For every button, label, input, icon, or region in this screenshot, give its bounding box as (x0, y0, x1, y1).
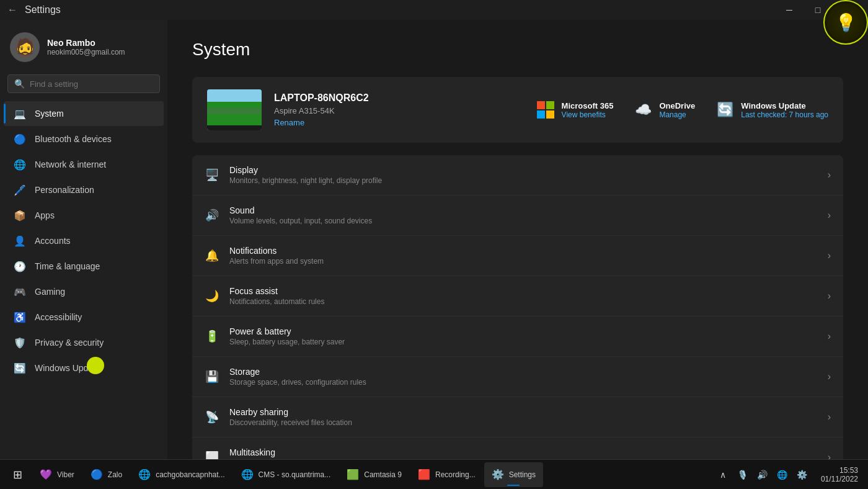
accounts-nav-icon: 👤 (14, 235, 26, 247)
CMS - so.quantrima...-app-icon: 🌐 (241, 469, 254, 481)
search-box[interactable]: 🔍 (7, 74, 160, 93)
user-profile[interactable]: 🧔 Neo Rambo neokim005@gmail.com (0, 20, 167, 74)
settings-item-nearby-sharing[interactable]: 📡 Nearby sharing Discoverability, receiv… (192, 397, 843, 437)
tray-expand-icon[interactable]: ∧ (714, 466, 732, 483)
top-right-decoration: 💡 (823, 0, 868, 45)
sidebar-item-time[interactable]: 🕐 Time & language (4, 254, 164, 279)
rename-link[interactable]: Rename (274, 118, 523, 127)
accounts-nav-label: Accounts (35, 236, 71, 246)
settings-item-sound[interactable]: 🔊 Sound Volume levels, output, input, so… (192, 195, 843, 236)
Recording...-app-label: Recording... (435, 470, 476, 479)
device-thumbnail (207, 89, 262, 130)
device-name: LAPTOP-86NQR6C2 (274, 92, 523, 104)
user-info: Neo Rambo neokim005@gmail.com (47, 38, 125, 56)
taskbar-app-zalo[interactable]: 🔵 Zalo (83, 462, 130, 487)
svg-rect-7 (546, 110, 554, 119)
top-right-icon: 💡 (827, 4, 864, 41)
settings-item-storage[interactable]: 💾 Storage Storage space, drives, configu… (192, 357, 843, 397)
Sound-icon: 🔊 (205, 208, 219, 223)
Power & battery-text: Power & battery Sleep, battery usage, ba… (229, 326, 818, 346)
Multitasking-text: Multitasking Snap windows, desktops, tas… (229, 447, 818, 459)
privacy-nav-label: Privacy & security (35, 338, 104, 348)
minimize-button[interactable]: ─ (775, 0, 804, 20)
clock-time: 15:53 (839, 466, 858, 475)
Nearby sharing-icon: 📡 (205, 410, 219, 424)
Storage-title: Storage (229, 367, 818, 377)
search-input[interactable] (30, 79, 153, 89)
Sound-text: Sound Volume levels, output, input, soun… (229, 205, 818, 225)
sidebar: 🧔 Neo Rambo neokim005@gmail.com 🔍 💻 Syst… (0, 20, 167, 459)
chevron-right-icon: › (828, 250, 831, 261)
Viber-app-label: Viber (57, 470, 74, 479)
windows-update-nav-icon: 🔄 (14, 362, 26, 374)
settings-gear-icon[interactable]: ⚙️ (794, 466, 811, 483)
user-name: Neo Rambo (47, 38, 125, 48)
sidebar-item-network[interactable]: 🌐 Network & internet (4, 152, 164, 177)
nav-list: 💻 System 🔵 Bluetooth & devices 🌐 Network… (0, 101, 167, 381)
sidebar-item-accessibility[interactable]: ♿ Accessibility (4, 305, 164, 330)
settings-item-focus-assist[interactable]: 🌙 Focus assist Notifications, automatic … (192, 276, 843, 316)
apps-nav-label: Apps (35, 210, 55, 220)
cachgobancapnhat...-app-icon: 🌐 (138, 469, 151, 481)
bluetooth-nav-label: Bluetooth & devices (35, 134, 112, 144)
Display-desc: Monitors, brightness, night light, displ… (229, 176, 818, 185)
title-bar: ← Settings ─ □ ✕ (0, 0, 868, 20)
network-nav-icon: 🌐 (14, 158, 26, 171)
onedrive-link[interactable]: ☁️ OneDrive Manage (633, 100, 695, 120)
Power & battery-icon: 🔋 (205, 329, 219, 344)
bluetooth-nav-icon: 🔵 (14, 133, 26, 145)
microphone-icon[interactable]: 🎙️ (734, 466, 751, 483)
sidebar-item-personalization[interactable]: 🖊️ Personalization (4, 177, 164, 202)
taskbar-app-settings[interactable]: ⚙️ Settings (484, 462, 543, 487)
svg-rect-4 (537, 101, 545, 109)
Nearby sharing-text: Nearby sharing Discoverability, received… (229, 407, 818, 427)
svg-rect-3 (207, 125, 262, 130)
microsoft365-link[interactable]: Microsoft 365 View benefits (536, 100, 614, 120)
settings-item-notifications[interactable]: 🔔 Notifications Alerts from apps and sys… (192, 236, 843, 276)
Zalo-app-label: Zalo (108, 470, 122, 479)
device-model: Aspire A315-54K (274, 106, 523, 115)
taskbar: ⊞ 💜 Viber 🔵 Zalo 🌐 cachgobancapnhat... 🌐… (0, 459, 868, 489)
Notifications-icon: 🔔 (205, 248, 219, 263)
Zalo-app-icon: 🔵 (91, 469, 103, 481)
speaker-icon[interactable]: 🔊 (754, 466, 771, 483)
windows-update-link[interactable]: 🔄 Windows Update Last checked: 7 hours a… (715, 100, 828, 120)
device-links: Microsoft 365 View benefits ☁️ OneDrive … (536, 100, 828, 120)
chevron-right-icon: › (828, 210, 831, 221)
taskbar-tray: ∧ 🎙️ 🔊 🌐 ⚙️ (714, 466, 811, 483)
taskbar-app-cms-soquantrima[interactable]: 🌐 CMS - so.quantrima... (234, 462, 339, 487)
taskbar-app-camtasia9[interactable]: 🟩 Camtasia 9 (339, 462, 409, 487)
settings-item-multitasking[interactable]: ⬜ Multitasking Snap windows, desktops, t… (192, 437, 843, 459)
device-card: LAPTOP-86NQR6C2 Aspire A315-54K Rename (192, 77, 843, 143)
Display-title: Display (229, 165, 818, 175)
svg-rect-2 (207, 108, 262, 114)
system-nav-label: System (35, 109, 64, 119)
sidebar-item-accounts[interactable]: 👤 Accounts (4, 228, 164, 253)
back-button[interactable]: ← (7, 4, 17, 16)
sidebar-item-bluetooth[interactable]: 🔵 Bluetooth & devices (4, 127, 164, 151)
Display-icon: 🖥️ (205, 168, 219, 182)
accessibility-nav-label: Accessibility (35, 312, 82, 322)
chevron-right-icon: › (828, 290, 831, 302)
sidebar-item-privacy[interactable]: 🛡️ Privacy & security (4, 330, 164, 355)
Multitasking-title: Multitasking (229, 447, 818, 457)
taskbar-clock[interactable]: 15:53 01/11/2022 (816, 466, 863, 483)
privacy-nav-icon: 🛡️ (14, 336, 26, 349)
start-button[interactable]: ⊞ (5, 462, 30, 487)
network-icon[interactable]: 🌐 (774, 466, 791, 483)
sidebar-item-windows-update[interactable]: 🔄 Windows Update (4, 356, 164, 380)
CMS - so.quantrima...-app-label: CMS - so.quantrima... (259, 470, 331, 479)
Viber-app-icon: 💜 (40, 469, 52, 481)
settings-item-display[interactable]: 🖥️ Display Monitors, brightness, night l… (192, 155, 843, 195)
gaming-nav-icon: 🎮 (14, 285, 26, 298)
taskbar-app-viber[interactable]: 💜 Viber (32, 462, 82, 487)
sidebar-item-system[interactable]: 💻 System (4, 101, 164, 126)
sidebar-item-gaming[interactable]: 🎮 Gaming (4, 279, 164, 304)
apps-nav-icon: 📦 (14, 209, 26, 222)
settings-item-power-&-battery[interactable]: 🔋 Power & battery Sleep, battery usage, … (192, 316, 843, 357)
taskbar-app-recording[interactable]: 🟥 Recording... (410, 462, 483, 487)
device-info: LAPTOP-86NQR6C2 Aspire A315-54K Rename (274, 92, 523, 127)
taskbar-app-cachgobancapnhat[interactable]: 🌐 cachgobancapnhat... (131, 462, 232, 487)
sidebar-item-apps[interactable]: 📦 Apps (4, 203, 164, 228)
Nearby sharing-title: Nearby sharing (229, 407, 818, 417)
